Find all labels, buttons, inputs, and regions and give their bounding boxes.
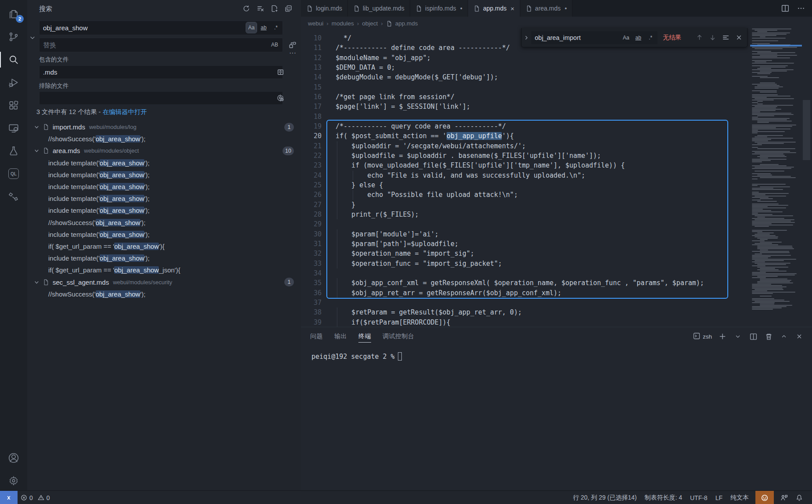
- terminal[interactable]: peiqi@192 secgate 2 %: [311, 352, 402, 361]
- run-and-debug-icon[interactable]: [0, 71, 27, 94]
- split-terminal-icon[interactable]: [748, 332, 758, 341]
- extension-status-icon[interactable]: [755, 491, 774, 504]
- remote-explorer-icon[interactable]: [0, 117, 27, 139]
- search-result-file-row[interactable]: sec_ssl_agent.mdswebui/modules/security1: [27, 276, 301, 288]
- regex-toggle[interactable]: .*: [271, 22, 281, 33]
- new-search-editor-icon[interactable]: [269, 4, 279, 13]
- search-match-row[interactable]: if( $get_url_param == 'obj_area_show'){: [27, 240, 301, 252]
- search-match-row[interactable]: include template('obj_area_show');: [27, 252, 301, 264]
- find-widget-expand-chevron[interactable]: [522, 35, 531, 40]
- chevron-down-icon[interactable]: [33, 147, 40, 154]
- breadcrumb-item[interactable]: object: [362, 20, 378, 27]
- close-panel-icon[interactable]: [794, 332, 804, 341]
- search-match-row[interactable]: include template('obj_area_show');: [27, 229, 301, 240]
- search-match-row[interactable]: include template('obj_area_show');: [27, 157, 301, 169]
- account-icon[interactable]: [0, 447, 27, 469]
- search-result-file-row[interactable]: area.mdswebui/modules/object10: [27, 145, 301, 157]
- cursor-position-status[interactable]: 行 20, 列 29 (已选择14): [570, 491, 640, 504]
- search-match-row[interactable]: include template('obj_area_show');: [27, 169, 301, 181]
- search-toolbar: [241, 4, 293, 13]
- find-in-selection-icon[interactable]: [721, 33, 730, 43]
- search-match-row[interactable]: //showSuccess('obj_area_show');: [27, 133, 301, 145]
- toggle-replace-chevron[interactable]: [28, 32, 37, 43]
- panel-tab-问题[interactable]: 问题: [310, 327, 323, 346]
- terminal-dropdown-chevron[interactable]: [733, 332, 743, 341]
- terminal-shell-label[interactable]: zsh: [693, 332, 712, 341]
- eol-status[interactable]: LF: [712, 491, 726, 504]
- code-line-17: 17$page['link'] = $_SESSION['link'];: [301, 102, 812, 111]
- new-terminal-icon[interactable]: [718, 332, 727, 341]
- tab-app-mds[interactable]: app.mds×: [468, 0, 520, 17]
- search-match-row[interactable]: include template('obj_area_show');: [27, 181, 301, 193]
- feedback-icon[interactable]: [777, 491, 791, 504]
- problems-status[interactable]: 0 0: [18, 491, 53, 504]
- breadcrumb-item[interactable]: modules: [332, 20, 354, 27]
- toggle-search-details[interactable]: ···: [288, 48, 297, 58]
- line-number: 30: [301, 229, 322, 239]
- exclude-files-input[interactable]: [39, 91, 283, 105]
- search-match-row[interactable]: //showSuccess('obj_area_show');: [27, 217, 301, 229]
- find-match-case-toggle[interactable]: Aa: [621, 32, 631, 43]
- find-next-icon[interactable]: [708, 33, 717, 43]
- tab-login-mds[interactable]: login.mds: [301, 0, 348, 17]
- match-highlight: obj_area_show: [96, 290, 140, 298]
- search-match-row[interactable]: include template('obj_area_show');: [27, 204, 301, 216]
- clear-search-results-icon[interactable]: [255, 4, 265, 13]
- language-mode-status[interactable]: 纯文本: [727, 491, 752, 504]
- refresh-icon[interactable]: [241, 4, 251, 13]
- codeql-icon[interactable]: QL: [0, 162, 27, 185]
- find-regex-toggle[interactable]: .*: [645, 32, 656, 43]
- editor-scrollbar[interactable]: [802, 17, 812, 327]
- more-actions-icon[interactable]: [796, 4, 806, 13]
- include-files-input[interactable]: [39, 65, 283, 79]
- use-exclude-settings-icon[interactable]: [275, 93, 285, 103]
- search-match-row[interactable]: if( $get_url_param == 'obj_area_show_jso…: [27, 264, 301, 276]
- preserve-case-toggle[interactable]: AB: [269, 39, 280, 50]
- search-match-row[interactable]: //showSuccess('obj_area_show');: [27, 288, 301, 300]
- tab-ispinfo-mds[interactable]: ispinfo.mds●: [410, 0, 468, 17]
- breadcrumb-item[interactable]: app.mds: [395, 20, 418, 27]
- testing-icon[interactable]: [0, 139, 27, 162]
- chevron-down-icon[interactable]: [33, 279, 40, 286]
- search-match-row[interactable]: include template('obj_area_show');: [27, 193, 301, 204]
- chevron-down-icon[interactable]: [33, 124, 40, 130]
- tab-lib_update-mds[interactable]: lib_update.mds: [348, 0, 410, 17]
- close-tab-icon[interactable]: ×: [511, 5, 515, 12]
- file-path: webui/modules/security: [113, 279, 172, 286]
- indentation-status[interactable]: 制表符长度: 4: [641, 491, 685, 504]
- find-close-icon[interactable]: [734, 33, 744, 43]
- breadcrumb-item[interactable]: webui: [308, 20, 323, 27]
- search-open-editors-icon[interactable]: [275, 67, 285, 77]
- tab-area-mds[interactable]: area.mds●: [520, 0, 573, 17]
- open-in-editor-link[interactable]: 在编辑器中打开: [103, 108, 147, 115]
- code-editor[interactable]: 10 */11/*----------- define code area --…: [301, 30, 812, 327]
- whole-word-toggle[interactable]: ab: [258, 22, 269, 33]
- panel-tab-输出[interactable]: 输出: [334, 327, 347, 346]
- maximize-panel-icon[interactable]: [779, 332, 789, 341]
- search-result-file-row[interactable]: import.mdswebui/modules/log1: [27, 121, 301, 133]
- replace-input[interactable]: [39, 38, 283, 52]
- match-case-toggle[interactable]: Aa: [246, 22, 257, 33]
- find-whole-word-toggle[interactable]: ab: [633, 32, 644, 43]
- panel-tab-终端[interactable]: 终端: [358, 327, 371, 346]
- code-line-36: 36 $obj_app_ret_arr = getResponseArr($ob…: [301, 288, 812, 298]
- collapse-all-icon[interactable]: [283, 4, 293, 13]
- minimap[interactable]: [750, 17, 802, 327]
- status-bar: 0 0 行 20, 列 29 (已选择14) 制表符长度: 4 UTF-8 LF…: [0, 490, 812, 504]
- search-icon[interactable]: [0, 48, 27, 71]
- panel-tab-调试控制台[interactable]: 调试控制台: [383, 327, 415, 346]
- explorer-icon[interactable]: 2: [0, 3, 27, 25]
- match-highlight: obj_area_show: [114, 266, 159, 274]
- source-control-icon[interactable]: [0, 25, 27, 48]
- settings-icon[interactable]: [0, 469, 27, 492]
- split-editor-icon[interactable]: [780, 4, 790, 13]
- kill-terminal-icon[interactable]: [764, 332, 773, 341]
- notifications-bell-icon[interactable]: [793, 491, 806, 504]
- find-previous-icon[interactable]: [694, 33, 704, 43]
- encoding-status[interactable]: UTF-8: [687, 491, 711, 504]
- extensions-icon[interactable]: [0, 94, 27, 117]
- line-number: 37: [301, 298, 322, 307]
- remote-indicator[interactable]: [0, 491, 18, 504]
- find-input[interactable]: [531, 34, 610, 41]
- misc-extension-icon[interactable]: [0, 185, 27, 208]
